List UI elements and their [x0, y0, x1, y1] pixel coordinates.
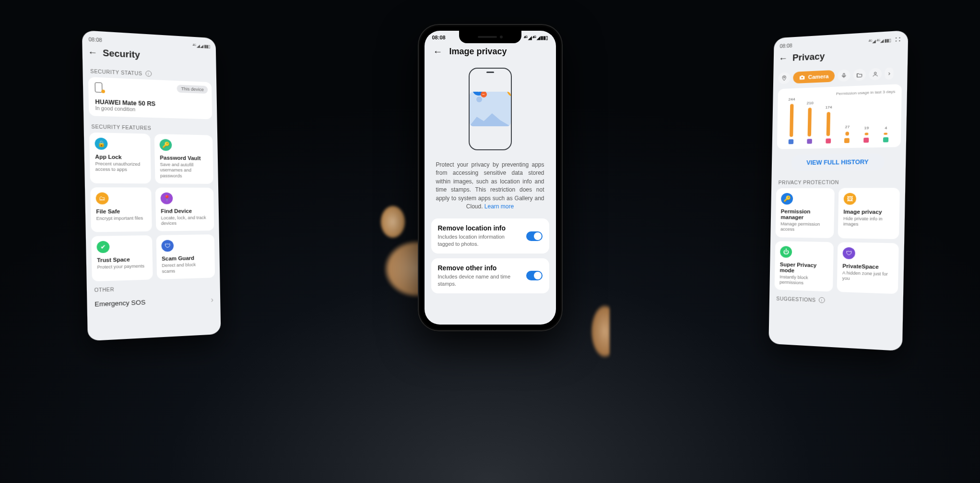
chevron-right-icon: › — [211, 295, 213, 304]
feature-privatespace[interactable]: 🛡 PrivateSpace A hidden zone just for yo… — [837, 242, 899, 294]
usage-bars: 244 210 174 27 19 4 — [783, 97, 895, 145]
location-chip[interactable] — [778, 72, 790, 84]
feature-image-privacy[interactable]: 🖼 Image privacy Hide private info in ima… — [838, 188, 900, 239]
feature-title: PrivateSpace — [842, 263, 893, 270]
feature-subtitle: Save and autofill usernames and password… — [160, 162, 208, 179]
svg-rect-2 — [843, 73, 845, 76]
option-remove-location-info: Remove location info Includes location i… — [431, 218, 549, 254]
contacts-chip[interactable] — [869, 68, 882, 80]
remove-badge-icon: − — [481, 92, 487, 97]
feature-title: Password Vault — [160, 155, 208, 161]
bar-value: 174 — [825, 105, 832, 110]
feature-subtitle: Instantly block permissions — [779, 274, 828, 287]
feature-trust-space[interactable]: ✔ Trust Space Protect your payments — [91, 235, 153, 281]
privacy-illustration: − − — [425, 64, 556, 154]
bar-video: 210 — [803, 101, 816, 144]
bar-value: 19 — [864, 126, 869, 131]
bar-category-icon — [807, 139, 812, 144]
toggle-switch[interactable] — [526, 231, 543, 241]
more-icon[interactable]: ∷ — [895, 37, 902, 42]
bar-category-icon — [826, 138, 831, 143]
info-icon[interactable]: i — [145, 71, 152, 77]
feature-title: App Lock — [95, 154, 145, 160]
feature-icon: 🖼 — [844, 193, 856, 205]
bar-shop: 174 — [822, 105, 835, 144]
feature-title: File Safe — [96, 208, 146, 214]
bar-value: 244 — [789, 97, 795, 102]
clock: 08:08 — [432, 35, 446, 40]
bar-rect — [864, 133, 868, 135]
view-full-history-button[interactable]: VIEW FULL HISTORY — [791, 153, 885, 171]
clock: 08:08 — [780, 43, 792, 49]
back-icon[interactable]: ← — [88, 47, 98, 58]
feature-password-vault[interactable]: 🔑 Password Vault Save and autofill usern… — [154, 134, 213, 184]
bar-rect — [808, 108, 812, 136]
feature-title: Trust Space — [97, 256, 147, 264]
feature-subtitle: A hidden zone just for you — [842, 270, 893, 283]
signal-icons: ⁴ᴳ ◢ ⁴ᴳ ◢ ▮▮▯ — [524, 35, 548, 40]
feature-icon: 🛡 — [161, 240, 174, 252]
feature-icon: ⏻ — [780, 246, 792, 258]
bar-rect — [827, 112, 830, 136]
bar-contacts: 4 — [879, 126, 892, 143]
section-privacy-protection: PRIVACY PROTECTION — [776, 176, 900, 188]
feature-title: Scam Guard — [162, 255, 210, 262]
bar-category-icon — [863, 138, 869, 143]
security-screen: 08:08 ⁴ᴳ ◢ ◢ ▮▮▯ ← Security SECURITY STA… — [82, 30, 221, 341]
mic-chip[interactable] — [838, 69, 850, 82]
privacy-screen: 08:08 ⁴ᴳ ◢ ⁴ᴳ ◢ ▮▮▯ ∷ ← Privacy Camera — [768, 30, 908, 351]
svg-point-0 — [783, 77, 785, 78]
learn-more-link[interactable]: Learn more — [484, 203, 514, 210]
option-title: Remove other info — [438, 264, 521, 272]
feature-find-device[interactable]: 📍 Find Device Locate, lock, and track de… — [155, 187, 214, 231]
back-icon[interactable]: ← — [433, 46, 443, 57]
files-chip[interactable] — [853, 69, 866, 81]
bar-location: 19 — [860, 126, 873, 143]
back-icon[interactable]: ← — [779, 53, 788, 64]
more-chip[interactable]: › — [885, 67, 894, 80]
feature-icon: 🛡 — [843, 247, 855, 259]
feature-permission-manager[interactable]: 🔑 Permission manager Manage permission a… — [776, 188, 835, 238]
page-title: Image privacy — [449, 47, 507, 57]
toggle-switch[interactable] — [526, 271, 543, 280]
page-title: Privacy — [792, 51, 825, 63]
phone-frame: 08:08 ⁴ᴳ ◢ ⁴ᴳ ◢ ▮▮▯ ← Image privacy − — [418, 24, 563, 331]
device-card[interactable]: This device HUAWEI Mate 50 RS In good co… — [88, 77, 212, 119]
bar-category-icon — [883, 137, 888, 143]
feature-title: Find Device — [161, 208, 209, 214]
feature-subtitle: Manage permission access — [780, 221, 829, 233]
option-subtitle: Includes location information tagged to … — [438, 233, 521, 248]
option-title: Remove location info — [438, 224, 521, 232]
section-suggestions: SUGGESTIONSi — [774, 292, 898, 309]
clock: 08:08 — [89, 36, 102, 43]
bar-rect — [845, 132, 849, 135]
bar-value: 210 — [807, 101, 814, 106]
info-icon[interactable]: i — [819, 297, 825, 303]
feature-title: Super Privacy mode — [779, 261, 828, 274]
feature-subtitle: Locate, lock, and track devices — [161, 215, 209, 227]
phone-icon — [95, 82, 103, 93]
feature-scam-guard[interactable]: 🛡 Scam Guard Derect and block scams — [156, 234, 215, 279]
bar-value: 27 — [845, 125, 850, 130]
feature-icon: 🗂 — [96, 192, 109, 204]
feature-icon: 🔑 — [781, 193, 793, 205]
feature-icon: 📍 — [161, 193, 173, 205]
feature-subtitle: Hide private info in images — [843, 216, 894, 228]
description-text: Protect your privacy by preventing apps … — [425, 154, 556, 214]
emergency-sos-label: Emergency SOS — [94, 299, 145, 308]
chart-caption: Permission usage in last 3 days — [784, 89, 895, 98]
feature-icon: 🔒 — [94, 138, 107, 150]
bar-value: 4 — [885, 126, 887, 131]
feature-subtitle: Encrypt important files — [96, 216, 146, 222]
bar-rect — [790, 104, 793, 137]
feature-file-safe[interactable]: 🗂 File Safe Encrypt important files — [90, 187, 152, 232]
feature-title: Permission manager — [780, 208, 829, 220]
camera-pill[interactable]: Camera — [793, 70, 835, 84]
feature-app-lock[interactable]: 🔒 App Lock Precent unauthorized access t… — [89, 133, 151, 183]
feature-super-privacy-mode[interactable]: ⏻ Super Privacy mode Instantly block per… — [775, 241, 834, 292]
signal-icons: ⁴ᴳ ◢ ⁴ᴳ ◢ ▮▮▯ — [868, 37, 891, 44]
feature-icon: ✔ — [96, 241, 109, 254]
bar-category-icon — [789, 139, 794, 144]
usage-chart-card: Permission usage in last 3 days 244 210 … — [777, 84, 902, 149]
signal-icons: ⁴ᴳ ◢ ◢ ▮▮▯ — [193, 43, 210, 48]
